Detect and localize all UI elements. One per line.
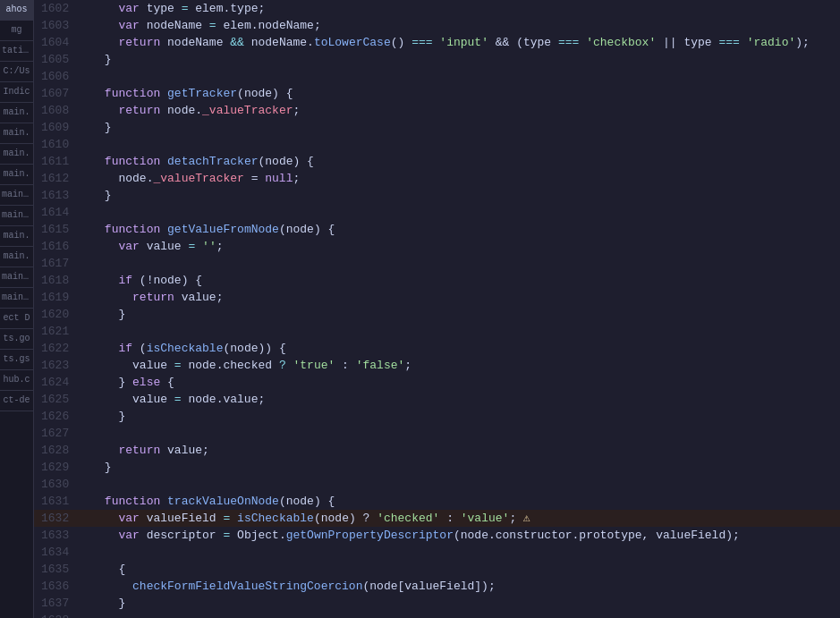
token-fn: isCheckable — [237, 512, 314, 525]
line-content[interactable] — [83, 544, 840, 561]
sidebar-item[interactable]: Indic — [0, 82, 33, 103]
token-op: = — [188, 240, 195, 253]
token-kw: return — [132, 291, 174, 304]
line-number: 1611 — [34, 153, 83, 170]
line-content[interactable] — [83, 68, 840, 85]
line-content[interactable]: return nodeName && nodeName.toLowerCase(… — [83, 34, 840, 51]
sidebar-item[interactable]: hub.c — [0, 370, 33, 391]
line-content[interactable]: } — [83, 51, 840, 68]
token-fn: getValueFromNode — [167, 223, 279, 236]
line-content[interactable]: value = node.value; — [83, 391, 840, 408]
line-content[interactable]: return node._valueTracker; — [83, 102, 840, 119]
code-line: 1602 var type = elem.type; — [34, 0, 840, 17]
token-kw: function — [105, 495, 160, 508]
token-fn: getOwnPropertyDescriptor — [286, 529, 454, 542]
code-line: 1603 var nodeName = elem.nodeName; — [34, 17, 840, 34]
line-content[interactable]: var valueField = isCheckable(node) ? 'ch… — [83, 510, 840, 527]
line-content[interactable]: checkFormFieldValueStringCoercion(node[v… — [83, 578, 840, 595]
sidebar-item[interactable]: main. — [0, 226, 33, 247]
line-content[interactable]: value = node.checked ? 'true' : 'false'; — [83, 357, 840, 374]
token-fn: getTracker — [167, 87, 237, 100]
line-content[interactable]: var type = elem.type; — [83, 0, 840, 17]
sidebar-item[interactable]: main. — [0, 144, 33, 165]
line-number: 1638 — [34, 612, 83, 618]
sidebar-item[interactable]: main. — [0, 103, 33, 123]
line-number: 1616 — [34, 238, 83, 255]
line-content[interactable]: node._valueTracker = null; — [83, 170, 840, 187]
line-content[interactable] — [83, 204, 840, 221]
code-line: 1621 — [34, 323, 840, 340]
line-number: 1635 — [34, 561, 83, 578]
token-kw: return — [118, 36, 160, 49]
line-content[interactable]: } else { — [83, 374, 840, 391]
line-content[interactable]: } — [83, 187, 840, 204]
code-line: 1638 — [34, 612, 840, 618]
token-kw: null — [265, 172, 293, 185]
token-op: ? — [279, 359, 286, 372]
line-number: 1617 — [34, 255, 83, 272]
sidebar-item[interactable]: C:/Us — [0, 62, 33, 82]
line-content[interactable]: } — [83, 595, 840, 612]
line-content[interactable] — [83, 255, 840, 272]
token-str: 'false' — [356, 359, 405, 372]
token-str: '' — [202, 240, 216, 253]
line-content[interactable]: function trackValueOnNode(node) { — [83, 493, 840, 510]
token-op: === — [558, 36, 579, 49]
code-line: 1612 node._valueTracker = null; — [34, 170, 840, 187]
sidebar-item[interactable]: main.o — [0, 267, 33, 288]
line-number: 1603 — [34, 17, 83, 34]
line-number: 1621 — [34, 323, 83, 340]
line-content[interactable] — [83, 136, 840, 153]
line-content[interactable] — [83, 425, 840, 442]
line-content[interactable]: var descriptor = Object.getOwnPropertyDe… — [83, 527, 840, 544]
code-line: 1625 value = node.value; — [34, 391, 840, 408]
line-content[interactable]: } — [83, 408, 840, 425]
line-content[interactable]: } — [83, 459, 840, 476]
sidebar-item[interactable]: main. — [0, 123, 33, 144]
code-editor[interactable]: 1602 var type = elem.type;1603 var nodeN… — [34, 0, 840, 618]
sidebar-item[interactable]: ect D — [0, 309, 33, 329]
line-content[interactable]: function detachTracker(node) { — [83, 153, 840, 170]
line-number: 1610 — [34, 136, 83, 153]
token-str: 'radio' — [747, 36, 796, 49]
sidebar-item[interactable]: mg — [0, 21, 33, 41]
line-content[interactable]: } — [83, 119, 840, 136]
sidebar-item[interactable]: ts.go — [0, 329, 33, 350]
line-content[interactable]: if (!node) { — [83, 272, 840, 289]
code-line: 1614 — [34, 204, 840, 221]
line-content[interactable]: var value = ''; — [83, 238, 840, 255]
code-line: 1622 if (isCheckable(node)) { — [34, 340, 840, 357]
sidebar-item[interactable]: main.a — [0, 206, 33, 226]
line-content[interactable]: function getValueFromNode(node) { — [83, 221, 840, 238]
sidebar-item[interactable]: main. — [0, 247, 33, 267]
line-content[interactable]: } — [83, 306, 840, 323]
sidebar-item[interactable]: ahos — [0, 0, 33, 21]
line-content[interactable]: function getTracker(node) { — [83, 85, 840, 102]
token-kw: var — [118, 240, 139, 253]
code-line: 1611 function detachTracker(node) { — [34, 153, 840, 170]
sidebar-item[interactable]: ct-de — [0, 391, 33, 411]
sidebar-item[interactable]: tatic/ — [0, 41, 33, 62]
line-content[interactable]: { — [83, 561, 840, 578]
token-str: 'checkbox' — [586, 36, 656, 49]
code-line: 1605 } — [34, 51, 840, 68]
line-content[interactable]: return value; — [83, 442, 840, 459]
line-number: 1606 — [34, 68, 83, 85]
code-line: 1607 function getTracker(node) { — [34, 85, 840, 102]
token-str: 'value' — [461, 512, 510, 525]
line-number: 1626 — [34, 408, 83, 425]
sidebar-item[interactable]: main.o — [0, 288, 33, 309]
line-content[interactable] — [83, 323, 840, 340]
code-line: 1633 var descriptor = Object.getOwnPrope… — [34, 527, 840, 544]
line-number: 1624 — [34, 374, 83, 391]
sidebar-item[interactable]: ts.gs — [0, 350, 33, 370]
sidebar-item[interactable]: main. — [0, 165, 33, 185]
line-content[interactable]: var nodeName = elem.nodeName; — [83, 17, 840, 34]
code-line: 1626 } — [34, 408, 840, 425]
sidebar-item[interactable]: main.a — [0, 185, 33, 206]
line-content[interactable] — [83, 612, 840, 618]
token-kw: var — [118, 19, 139, 32]
line-content[interactable]: return value; — [83, 289, 840, 306]
line-content[interactable] — [83, 476, 840, 493]
line-content[interactable]: if (isCheckable(node)) { — [83, 340, 840, 357]
